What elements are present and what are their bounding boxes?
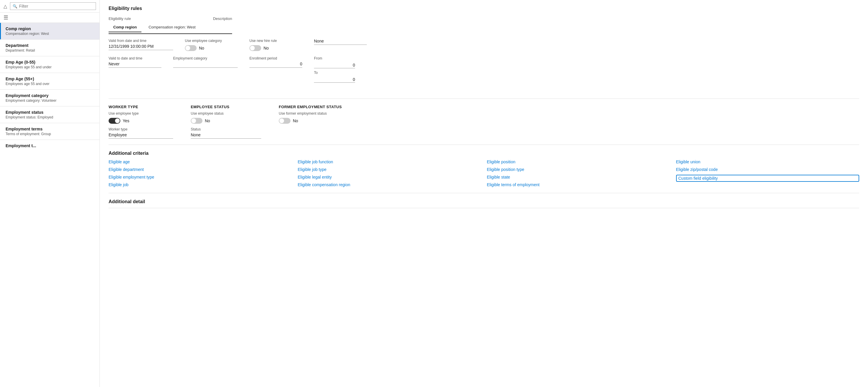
tab-description: Compensation region: West — [142, 23, 203, 32]
link-eligible-state[interactable]: Eligible state — [487, 175, 670, 179]
use-employee-type-toggle[interactable] — [108, 118, 120, 124]
criteria-col-1: Eligible job function Eligible job type … — [298, 160, 481, 187]
from-value: 0 — [314, 63, 355, 68]
filter-icon[interactable]: △ — [3, 3, 7, 9]
link-eligible-job-function[interactable]: Eligible job function — [298, 160, 481, 164]
use-employee-status-value: No — [205, 118, 210, 123]
sidebar-item-employment-category[interactable]: Employment category Employment category:… — [0, 90, 99, 106]
link-eligible-job[interactable]: Eligible job — [108, 182, 292, 187]
link-eligible-union[interactable]: Eligible union — [676, 160, 860, 164]
sidebar-item-title: Employment t... — [6, 143, 95, 148]
hamburger-icon[interactable]: ☰ — [3, 15, 8, 21]
use-former-employment-toggle[interactable] — [279, 118, 290, 124]
use-new-hire-rule-label: Use new hire rule — [249, 39, 302, 43]
use-employee-status-field: Use employee status No — [191, 111, 261, 124]
none-value: None — [314, 39, 367, 45]
link-eligible-legal-entity[interactable]: Eligible legal entity — [298, 175, 481, 179]
use-employee-category-toggle-row: No — [185, 45, 238, 51]
sidebar-item-title: Department — [6, 43, 95, 48]
from-to-section: From 0 To 0 — [314, 56, 355, 83]
valid-to-label: Valid to date and time — [108, 56, 161, 60]
criteria-col-3: Eligible union Eligible zip/postal code … — [676, 160, 860, 187]
column-labels: Eligibility rule Description — [108, 15, 232, 23]
sidebar-item-department[interactable]: Department Department: Retail — [0, 40, 99, 56]
sidebar-item-sub: Compensation region: West — [6, 32, 95, 36]
filter-input[interactable] — [19, 4, 93, 8]
link-eligible-position[interactable]: Eligible position — [487, 160, 670, 164]
valid-to-value: Never — [108, 62, 161, 68]
enrollment-period-value: 0 — [249, 62, 302, 68]
sidebar-item-title: Employment status — [6, 110, 95, 115]
valid-from-field: Valid from date and time 12/31/1999 10:0… — [108, 39, 173, 51]
sidebar-item-emp-age-55[interactable]: Emp Age (0-55) Employees age 55 and unde… — [0, 56, 99, 73]
link-eligible-zip-postal-code[interactable]: Eligible zip/postal code — [676, 167, 860, 172]
toggle-knob — [191, 118, 196, 123]
status-sections-row: WORKER TYPE Use employee type Yes Worker… — [108, 105, 859, 139]
use-employee-type-value: Yes — [123, 118, 129, 123]
criteria-grid: Eligible age Eligible department Eligibl… — [108, 160, 859, 187]
use-new-hire-rule-value: No — [264, 46, 269, 50]
link-eligible-position-type[interactable]: Eligible position type — [487, 167, 670, 172]
link-eligible-employment-type[interactable]: Eligible employment type — [108, 175, 292, 179]
use-employee-status-toggle-row: No — [191, 118, 261, 124]
employment-category-label: Employment category — [173, 56, 238, 60]
sidebar-item-employment-terms[interactable]: Employment terms Terms of employment: Gr… — [0, 123, 99, 140]
employee-status-section: EMPLOYEE STATUS Use employee status No S… — [191, 105, 261, 139]
sidebar-item-sub: Terms of employment: Group — [6, 132, 95, 136]
link-eligible-department[interactable]: Eligible department — [108, 167, 292, 172]
sidebar-item-title: Emp Age (0-55) — [6, 60, 95, 65]
tab-comp-region[interactable]: Comp region — [108, 23, 142, 32]
valid-to-field: Valid to date and time Never — [108, 56, 161, 83]
search-icon: 🔍 — [12, 4, 17, 8]
link-custom-field-eligibility[interactable]: Custom field eligibility — [676, 175, 860, 182]
main-content: Eligibility rules Eligibility rule Descr… — [100, 0, 868, 387]
sidebar-item-sub: Employment status: Employed — [6, 115, 95, 119]
rule-labels: Eligibility rule Description Comp region… — [108, 15, 232, 34]
link-eligible-job-type[interactable]: Eligible job type — [298, 167, 481, 172]
sidebar-item-employment-status[interactable]: Employment status Employment status: Emp… — [0, 106, 99, 123]
status-value: None — [191, 133, 261, 139]
link-eligible-age[interactable]: Eligible age — [108, 160, 292, 164]
use-new-hire-rule-toggle[interactable] — [249, 45, 261, 51]
former-employment-header: FORMER EMPLOYMENT STATUS — [279, 105, 355, 109]
use-employee-type-toggle-row: Yes — [108, 118, 173, 124]
sidebar-item-employment-type[interactable]: Employment t... — [0, 140, 99, 152]
to-value: 0 — [314, 77, 355, 83]
page-title: Eligibility rules — [108, 6, 859, 11]
use-employee-status-toggle[interactable] — [191, 118, 203, 124]
toggle-knob — [185, 46, 190, 50]
use-former-employment-value: No — [293, 118, 298, 123]
worker-type-label: Worker type — [108, 127, 173, 131]
valid-from-label: Valid from date and time — [108, 39, 173, 43]
sidebar-item-sub: Employees age 55 and under — [6, 65, 95, 69]
valid-from-value: 12/31/1999 10:00:00 PM — [108, 44, 173, 50]
criteria-col-2: Eligible position Eligible position type… — [487, 160, 670, 187]
filter-input-wrapper: 🔍 — [10, 2, 96, 10]
form-section: Valid from date and time 12/31/1999 10:0… — [108, 34, 859, 93]
sidebar-item-emp-age-55plus[interactable]: Emp Age (55+) Employees age 55 and over — [0, 73, 99, 90]
enrollment-period-field: Enrollment period 0 — [249, 56, 302, 83]
use-former-employment-field: Use former employment status No — [279, 111, 355, 124]
use-employee-type-label: Use employee type — [108, 111, 173, 115]
toggle-knob — [250, 46, 255, 50]
hamburger-area: ☰ — [0, 12, 99, 23]
toggle-knob — [115, 118, 120, 123]
worker-type-header: WORKER TYPE — [108, 105, 173, 109]
sidebar-item-title: Employment terms — [6, 127, 95, 131]
use-former-employment-toggle-row: No — [279, 118, 355, 124]
link-eligible-compensation-region[interactable]: Eligible compensation region — [298, 182, 481, 187]
status-field: Status None — [191, 127, 261, 139]
use-employee-category-toggle[interactable] — [185, 45, 196, 51]
form-row-1: Valid from date and time 12/31/1999 10:0… — [108, 39, 859, 51]
sidebar-item-comp-region[interactable]: Comp region Compensation region: West — [0, 23, 99, 39]
link-eligible-terms-of-employment[interactable]: Eligible terms of employment — [487, 182, 670, 187]
additional-criteria-section: Additional criteria Eligible age Eligibl… — [108, 151, 859, 187]
worker-type-field: Worker type Employee — [108, 127, 173, 139]
sidebar-item-title: Employment category — [6, 93, 95, 98]
additional-detail-title: Additional detail — [108, 199, 859, 204]
sidebar-list: Comp region Compensation region: West De… — [0, 23, 99, 387]
worker-type-section: WORKER TYPE Use employee type Yes Worker… — [108, 105, 173, 139]
additional-detail-content — [108, 208, 859, 215]
sidebar-item-title: Emp Age (55+) — [6, 76, 95, 81]
from-label: From — [314, 56, 355, 60]
